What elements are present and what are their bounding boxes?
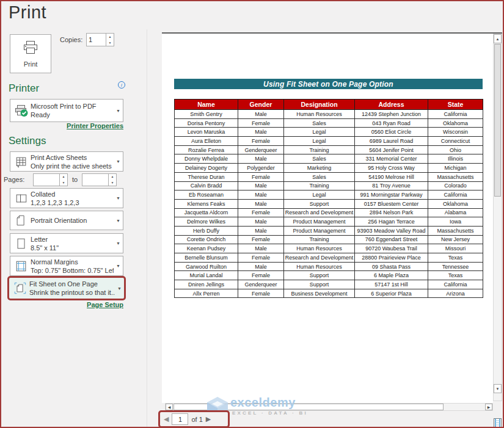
current-page-input[interactable] (172, 413, 188, 425)
table-row: Smith GentryMaleHuman Resources12439 Ste… (175, 110, 483, 119)
table-cell: Murial Landal (175, 271, 238, 280)
paper-size-select[interactable]: Letter 8.5" x 11" ▼ (10, 233, 123, 253)
table-cell: Tennessee (428, 262, 483, 271)
option-title: Fit Sheet on One Page (29, 280, 115, 288)
previous-page-icon[interactable]: ◀ (164, 416, 169, 423)
table-row: Garwood RuiltonMaleHuman Resources09 Sha… (175, 262, 483, 271)
table-row: Jacquetta AldcornFemaleResearch and Deve… (175, 208, 483, 217)
table-cell: 6989 Laurel Road (355, 137, 428, 146)
table-cell: Massachusetts (428, 226, 483, 235)
table-cell: Female (238, 235, 284, 244)
pages-from-stepper[interactable]: ▲ ▼ (33, 173, 68, 186)
collation-select[interactable]: Collated 1,2,3 1,2,3 1,2,3 ▼ (10, 188, 123, 208)
option-title: Letter (31, 235, 114, 244)
print-what-select[interactable]: Print Active Sheets Only print the activ… (10, 151, 123, 172)
pages-to-label: to (72, 176, 78, 183)
table-cell: 0560 Eliot Circle (355, 128, 428, 137)
table-cell: Delmore Wilkes (175, 217, 238, 227)
copies-spinner[interactable]: ▲ ▼ (106, 34, 114, 46)
table-cell: 95 Holy Cross Way (355, 164, 428, 173)
scroll-left-icon[interactable]: ◀ (166, 404, 173, 410)
table-cell: Rozalie Ferrea (175, 145, 238, 154)
table-header-cell: Gender (238, 100, 284, 110)
table-cell: 6 Maple Plaza (355, 271, 428, 280)
next-page-icon[interactable]: ▶ (206, 416, 211, 423)
table-cell: Dorisa Pentony (175, 118, 238, 128)
table-cell: 09 Shasta Pass (355, 262, 428, 271)
copies-input[interactable] (87, 34, 106, 46)
printer-properties-link[interactable]: Printer Properties (1, 122, 123, 129)
table-cell: Male (238, 217, 284, 227)
table-row: Aura ElletonFemaleLegal6989 Laurel RoadC… (175, 137, 483, 146)
table-row: Bernelle BlunsumFemaleResearch and Devel… (175, 253, 483, 263)
show-margins-toggle-icon[interactable] (494, 418, 502, 428)
spin-up-icon[interactable]: ▲ (60, 174, 67, 180)
table-cell: Eb Roseaman (175, 190, 238, 200)
spin-down-icon[interactable]: ▼ (109, 180, 116, 186)
table-cell: 57147 1st Hill (355, 280, 428, 289)
spin-down-icon[interactable]: ▼ (60, 180, 67, 186)
table-row: Therese DuranFemaleSales54190 Melrose Hi… (175, 172, 483, 181)
panel-divider (147, 29, 147, 428)
table-cell: 2894 Nelson Park (355, 208, 428, 217)
scroll-down-icon[interactable]: ▼ (494, 384, 502, 393)
table-row: Delainey DogertyPolygenderMarketing95 Ho… (175, 164, 483, 173)
spin-down-icon[interactable]: ▼ (106, 40, 114, 46)
table-cell: Business Development (284, 289, 355, 298)
preview-table-body: Smith GentryMaleHuman Resources12439 Ste… (175, 110, 483, 298)
table-cell: California (428, 110, 483, 119)
table-cell: California (428, 190, 483, 200)
vertical-scroll-thumb[interactable] (494, 44, 501, 197)
pages-to-stepper[interactable]: ▲ ▼ (82, 173, 117, 186)
table-cell: Alabama (428, 208, 483, 217)
table-cell: Oklahoma (428, 199, 483, 208)
spin-up-icon[interactable]: ▲ (106, 34, 114, 40)
option-title: Collated (31, 190, 114, 198)
scaling-select-fit-sheet-highlighted[interactable]: Fit Sheet on One Page Shrink the printou… (7, 276, 126, 300)
table-cell: Male (238, 190, 284, 200)
table-cell: Texas (428, 253, 483, 263)
table-cell: 043 Ryan Road (355, 118, 428, 128)
option-subtitle: 1,2,3 1,2,3 1,2,3 (31, 198, 114, 207)
print-button[interactable]: Print (10, 34, 51, 73)
info-icon[interactable]: i (118, 81, 125, 89)
sheet-title-banner: Using Fit Sheet on One Page Option (174, 79, 483, 89)
table-cell: Genderqueer (238, 145, 284, 154)
table-cell: Ohio (428, 145, 483, 154)
copies-label: Copies: (60, 36, 82, 43)
table-cell: Iowa (428, 217, 483, 227)
table-cell: Allx Perren (175, 289, 238, 298)
option-subtitle: Top: 0.75" Bottom: 0.75" Lef... (31, 266, 114, 275)
table-cell: 90720 Waubesa Trail (355, 244, 428, 253)
chevron-down-icon: ▼ (114, 219, 120, 223)
pages-to-input[interactable] (82, 174, 108, 186)
scroll-up-icon[interactable]: ▲ (494, 34, 502, 43)
print-backstage-view: Print Print Copies: ▲ ▼ Printer i (0, 0, 504, 428)
table-row: Dniren JellingsGenderqueerSupport57147 1… (175, 280, 483, 289)
spin-up-icon[interactable]: ▲ (109, 174, 116, 180)
pages-from-input[interactable] (34, 174, 59, 186)
option-subtitle: Only print the active sheets (31, 162, 114, 170)
copies-stepper[interactable]: ▲ ▼ (86, 33, 114, 46)
print-button-label: Print (24, 60, 38, 68)
fit-sheet-icon (11, 281, 29, 295)
table-row: Levon MaruskaMaleLegal0560 Eliot CircleW… (175, 128, 483, 137)
table-cell: 81 Troy Avenue (355, 181, 428, 190)
table-cell: Wisconsin (428, 128, 483, 137)
printer-select[interactable]: Microsoft Print to PDF Ready ▼ (10, 99, 123, 122)
table-row: Rozalie FerreaGenderqueerTraining5604 Je… (175, 145, 483, 154)
page-title: Print (9, 2, 46, 23)
scroll-right-icon[interactable]: ▶ (485, 404, 492, 410)
orientation-select[interactable]: Portrait Orientation ▼ (10, 211, 123, 230)
table-cell: Male (238, 226, 284, 235)
horizontal-scroll-thumb[interactable] (173, 404, 444, 410)
margins-select[interactable]: Normal Margins Top: 0.75" Bottom: 0.75" … (10, 256, 123, 276)
table-cell: Calvin Bradd (175, 181, 238, 190)
table-cell: Human Resources (284, 110, 355, 119)
table-cell: Donny Whelpdale (175, 154, 238, 164)
vertical-scrollbar[interactable]: ▲ ▼ (493, 34, 502, 401)
page-setup-link[interactable]: Page Setup (1, 301, 123, 308)
option-title: Portrait Orientation (31, 216, 114, 225)
table-cell: 331 Memorial Center (355, 154, 428, 164)
table-header-cell: Address (355, 100, 428, 110)
